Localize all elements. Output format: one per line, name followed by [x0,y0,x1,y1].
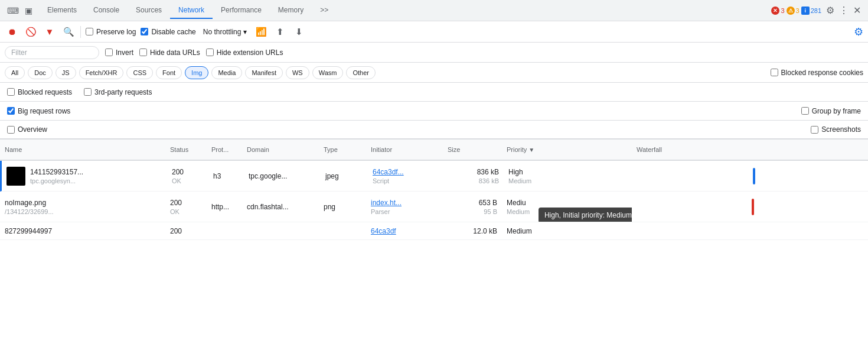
blocked-cookies-text: Blocked response cookies [781,69,863,77]
table-row[interactable]: 827299944997 200 64ca3df 12.0 kB Medium [0,222,868,240]
settings-icon[interactable]: ⚙ [826,5,834,16]
hide-extension-urls-checkbox[interactable] [206,48,214,56]
th-waterfall[interactable]: Waterfall [632,146,868,153]
td-status-1: 200 OK [167,161,208,191]
filter-icon-button[interactable]: ▼ [43,25,57,39]
th-type[interactable]: Type [319,146,366,153]
th-priority[interactable]: Priority ▼ [502,146,632,153]
group-by-frame-checkbox[interactable] [801,107,809,115]
res-btn-manifest[interactable]: Manifest [245,66,283,79]
td-size-3: 12.0 kB [443,222,502,239]
tab-performance[interactable]: Performance [213,2,270,19]
res-btn-css[interactable]: CSS [126,66,153,79]
res-btn-js[interactable]: JS [56,66,76,79]
stop-recording-button[interactable]: ⏺ [5,25,19,39]
th-size[interactable]: Size [443,146,502,153]
error-badge: ✕ 3 ⚠ 3 i 281 [771,7,821,15]
invert-checkbox[interactable] [105,48,113,56]
preserve-log-text: Preserve log [96,28,136,36]
network-toolbar: ⏺ 🚫 ▼ 🔍 Preserve log Disable cache No th… [0,21,868,43]
res-btn-doc[interactable]: Doc [28,66,53,79]
third-party-checkbox[interactable] [84,88,92,96]
overview-text: Overview [18,125,47,134]
info-count[interactable]: i 281 [801,7,821,15]
blocked-cookies-checkbox[interactable] [771,69,778,76]
big-request-rows-label[interactable]: Big request rows [7,107,70,115]
row-name-primary-3: 827299944997 [5,227,161,235]
screenshots-label[interactable]: Screenshots [811,125,861,134]
screenshots-checkbox[interactable] [811,126,818,134]
overview-label[interactable]: Overview [7,125,47,134]
download-icon[interactable]: ⬇ [292,25,306,39]
td-priority-2: Mediu Medium High, Initial priority: Med… [502,192,632,222]
hide-data-urls-label[interactable]: Hide data URLs [139,48,200,57]
res-btn-wasm[interactable]: Wasm [312,66,344,79]
clear-button[interactable]: 🚫 [24,25,38,39]
td-waterfall-3 [632,222,868,239]
hide-data-urls-checkbox[interactable] [139,48,147,56]
error-count[interactable]: ✕ 3 [771,7,784,15]
preserve-log-label[interactable]: Preserve log [86,28,136,36]
td-type-3 [319,222,366,239]
blocked-cookies-label[interactable]: Blocked response cookies [771,69,863,77]
tab-sources[interactable]: Sources [128,2,170,19]
td-status-2: 200 OK [165,192,207,222]
tab-elements[interactable]: Elements [39,2,85,19]
device-icon[interactable]: ▣ [22,5,34,17]
invert-label[interactable]: Invert [105,48,133,57]
res-btn-all[interactable]: All [5,66,25,79]
th-initiator[interactable]: Initiator [366,146,443,153]
big-request-rows-checkbox[interactable] [7,107,15,115]
th-name[interactable]: Name [0,146,165,153]
row-name-secondary-2: /134122/32699... [5,208,161,215]
disable-cache-label[interactable]: Disable cache [141,28,195,36]
wifi-icon[interactable]: 📶 [254,25,268,39]
tab-console[interactable]: Console [85,2,128,19]
tab-network[interactable]: Network [170,2,213,19]
more-options-icon[interactable]: ⋮ [839,5,849,16]
overview-checkbox[interactable] [7,126,15,134]
third-party-text: 3rd-party requests [94,88,152,96]
res-btn-media[interactable]: Media [211,66,242,79]
tab-more[interactable]: >> [312,2,337,19]
throttle-select[interactable]: No throttling ▾ [201,27,250,37]
third-party-label[interactable]: 3rd-party requests [84,88,152,96]
th-domain[interactable]: Domain [242,146,319,153]
options-row-1: Blocked requests 3rd-party requests [0,83,868,102]
disable-cache-checkbox[interactable] [141,28,148,35]
row-name-primary-2: noImage.png [5,199,161,207]
filter-input[interactable] [5,46,99,59]
td-initiator-1: 64ca3df... Script [368,161,445,191]
table-row[interactable]: noImage.png /134122/32699... 200 OK http… [0,192,868,222]
network-settings-icon[interactable]: ⚙ [854,25,863,38]
table-row[interactable]: 141152993157... tpc.googlesyn... 200 OK … [0,161,868,192]
search-button[interactable]: 🔍 [61,25,76,39]
invert-text: Invert [116,48,133,57]
warning-count[interactable]: ⚠ 3 [787,7,800,15]
tab-memory[interactable]: Memory [270,2,312,19]
blocked-requests-label[interactable]: Blocked requests [7,88,72,96]
res-btn-ws[interactable]: WS [286,66,309,79]
hide-extension-urls-label[interactable]: Hide extension URLs [206,48,283,57]
cursor-icon[interactable]: ⌨ [7,5,19,17]
group-by-frame-label[interactable]: Group by frame [801,107,861,115]
td-type-2: png [319,192,366,222]
filter-bar: Invert Hide data URLs Hide extension URL… [0,43,868,63]
res-btn-img[interactable]: Img [185,66,208,79]
separator-1 [80,26,81,38]
close-devtools-icon[interactable]: ✕ [853,5,861,16]
td-domain-3 [242,222,319,239]
res-btn-other[interactable]: Other [346,66,376,79]
res-btn-fetch-xhr[interactable]: Fetch/XHR [79,66,124,79]
res-btn-font[interactable]: Font [156,66,182,79]
options-row-3: Overview Screenshots [0,121,868,140]
group-by-frame-text: Group by frame [812,107,861,115]
upload-icon[interactable]: ⬆ [273,25,287,39]
td-size-2: 653 B 95 B [443,192,502,222]
td-name-1: 141152993157... tpc.googlesyn... [2,161,167,191]
preserve-log-checkbox[interactable] [86,28,93,35]
th-protocol[interactable]: Prot... [207,146,242,153]
blocked-requests-checkbox[interactable] [7,88,15,96]
disable-cache-text: Disable cache [151,28,195,36]
th-status[interactable]: Status [165,146,207,153]
